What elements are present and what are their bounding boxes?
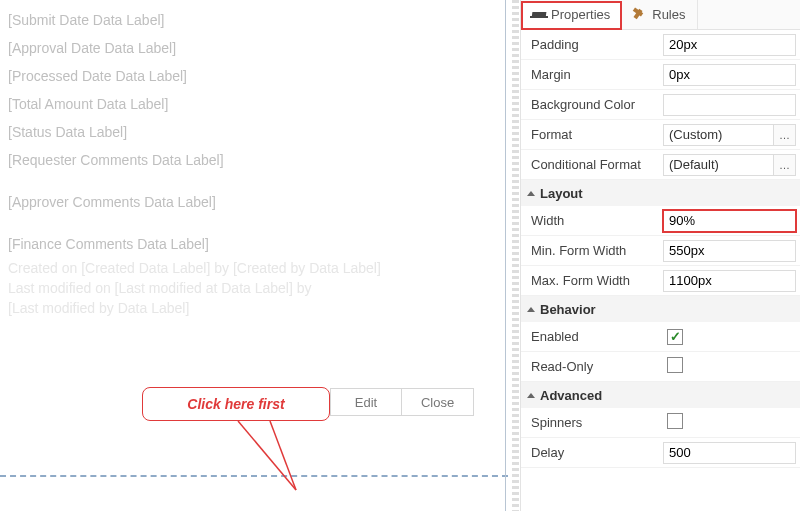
section-advanced[interactable]: Advanced xyxy=(521,382,800,408)
prop-row-delay: Delay xyxy=(521,438,800,468)
meta-modified-by: [Last modified by Data Label] xyxy=(8,298,484,318)
data-label[interactable]: [Processed Date Data Label] xyxy=(8,62,484,90)
tab-properties[interactable]: Properties xyxy=(521,1,622,30)
minwidth-input[interactable] xyxy=(663,240,796,262)
prop-label: Padding xyxy=(521,37,663,52)
tab-label: Rules xyxy=(652,7,685,22)
rules-icon xyxy=(633,9,647,21)
prop-row-condformat: Conditional Format (Default) … xyxy=(521,150,800,180)
delay-input[interactable] xyxy=(663,442,796,464)
chevron-up-icon xyxy=(527,191,535,196)
prop-label: Delay xyxy=(521,445,663,460)
panel-divider[interactable] xyxy=(512,0,519,511)
prop-label: Read-Only xyxy=(521,359,663,374)
properties-panel: Properties Rules Padding Margin Backgrou… xyxy=(520,0,800,511)
margin-input[interactable] xyxy=(663,64,796,86)
data-label[interactable]: [Status Data Label] xyxy=(8,118,484,146)
data-label[interactable]: [Requester Comments Data Label] xyxy=(8,146,484,174)
section-layout[interactable]: Layout xyxy=(521,180,800,206)
meta-created: Created on [Created Data Label] by [Crea… xyxy=(8,258,484,278)
prop-row-padding: Padding xyxy=(521,30,800,60)
canvas-dashed-edge xyxy=(0,475,508,477)
maxwidth-input[interactable] xyxy=(663,270,796,292)
meta-modified: Last modified on [Last modified at Data … xyxy=(8,278,484,298)
edit-button[interactable]: Edit xyxy=(330,388,402,416)
padding-input[interactable] xyxy=(663,34,796,56)
property-grid: Padding Margin Background Color Format (… xyxy=(521,30,800,468)
condformat-input[interactable]: (Default) xyxy=(663,154,774,176)
chevron-up-icon xyxy=(527,393,535,398)
prop-label: Conditional Format xyxy=(521,157,663,172)
prop-row-maxwidth: Max. Form Width xyxy=(521,266,800,296)
prop-label: Min. Form Width xyxy=(521,243,663,258)
button-row: Edit Close xyxy=(330,388,474,416)
prop-label: Max. Form Width xyxy=(521,273,663,288)
readonly-checkbox[interactable] xyxy=(667,357,683,373)
prop-row-bgcolor: Background Color xyxy=(521,90,800,120)
data-label[interactable]: [Finance Comments Data Label] xyxy=(8,230,484,258)
data-label[interactable]: [Submit Date Data Label] xyxy=(8,6,484,34)
properties-icon xyxy=(532,10,546,20)
spinners-checkbox[interactable] xyxy=(667,413,683,429)
annotation-callout: Click here first xyxy=(142,387,330,421)
prop-row-format: Format (Custom) … xyxy=(521,120,800,150)
prop-row-margin: Margin xyxy=(521,60,800,90)
close-button[interactable]: Close xyxy=(402,388,474,416)
format-input[interactable]: (Custom) xyxy=(663,124,774,146)
prop-label: Width xyxy=(521,213,663,228)
data-label[interactable]: [Approval Date Data Label] xyxy=(8,34,484,62)
chevron-up-icon xyxy=(527,307,535,312)
panel-tabs: Properties Rules xyxy=(521,0,800,30)
prop-row-enabled: Enabled xyxy=(521,322,800,352)
form-canvas[interactable]: [Submit Date Data Label] [Approval Date … xyxy=(0,0,504,511)
condformat-picker-button[interactable]: … xyxy=(774,154,796,176)
tab-label: Properties xyxy=(551,7,610,22)
prop-row-minwidth: Min. Form Width xyxy=(521,236,800,266)
prop-row-spinners: Spinners xyxy=(521,408,800,438)
prop-label: Format xyxy=(521,127,663,142)
data-label[interactable]: [Total Amount Data Label] xyxy=(8,90,484,118)
prop-label: Enabled xyxy=(521,329,663,344)
prop-row-readonly: Read-Only xyxy=(521,352,800,382)
data-label[interactable]: [Approver Comments Data Label] xyxy=(8,188,484,216)
prop-label: Spinners xyxy=(521,415,663,430)
prop-label: Background Color xyxy=(521,97,663,112)
enabled-checkbox[interactable] xyxy=(667,329,683,345)
prop-label: Margin xyxy=(521,67,663,82)
format-picker-button[interactable]: … xyxy=(774,124,796,146)
prop-row-width: Width xyxy=(521,206,800,236)
tab-rules[interactable]: Rules xyxy=(622,0,697,29)
width-input[interactable] xyxy=(663,210,796,232)
section-behavior[interactable]: Behavior xyxy=(521,296,800,322)
canvas-right-edge xyxy=(505,0,506,511)
bgcolor-input[interactable] xyxy=(663,94,796,116)
